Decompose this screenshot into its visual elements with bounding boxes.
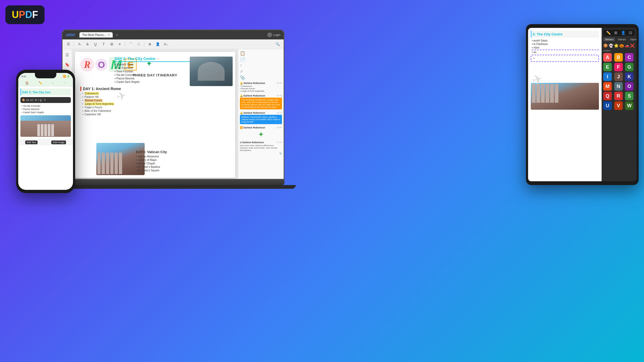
- sticker-S[interactable]: S: [625, 92, 634, 100]
- comment-4: 🔼 Darlene Robertson 16:56 ✦: [240, 126, 282, 139]
- sticker-F[interactable]: F: [614, 63, 623, 71]
- panel-icons: 📋 📄 ↑ ✓ 📎: [240, 51, 282, 80]
- phone-share-icon[interactable]: ↑: [52, 82, 54, 85]
- fill-icon[interactable]: A↓: [163, 41, 169, 47]
- text-box-icon[interactable]: ⊞: [108, 41, 115, 47]
- rect-icon[interactable]: □: [136, 41, 142, 47]
- text-icon[interactable]: A: [76, 41, 83, 47]
- t-tool-pencil[interactable]: ✏️: [606, 31, 611, 35]
- underline-icon[interactable]: U̲: [92, 41, 99, 47]
- login-button[interactable]: Login: [267, 32, 280, 37]
- user-avatar: [267, 32, 272, 37]
- sticker-K[interactable]: K: [625, 72, 634, 81]
- sidebar-nav-icon[interactable]: ☰: [64, 51, 71, 59]
- tablet-place-list: anish Steps le Pantheon ntain az.: [531, 39, 599, 54]
- column-1: [97, 153, 101, 174]
- sticker-icon-4[interactable]: 🎃: [619, 43, 624, 48]
- sticker-B[interactable]: B: [614, 53, 623, 62]
- search-button[interactable]: 🔍: [275, 41, 281, 47]
- strikethrough-icon[interactable]: S̶: [84, 41, 91, 47]
- phone-device: 9:41 📶 🔋 🏠 ✏️ ↑ ⋯ DAY 2: The City Cen 🎨 …: [16, 70, 75, 193]
- tab-stickers[interactable]: Stickers: [603, 38, 615, 41]
- new-tab-button[interactable]: +: [116, 33, 118, 37]
- comment-4-header: 🔼 Darlene Robertson 16:56: [240, 126, 282, 129]
- t-tool-expand[interactable]: ⊡: [629, 31, 632, 35]
- sticker-R[interactable]: R: [614, 92, 623, 100]
- panel-icon-4[interactable]: ✓: [240, 69, 282, 74]
- tablet-frame: 2: The City Centre anish Steps le Panthe…: [526, 24, 639, 185]
- phone-status-icons: 📶 🔋: [63, 75, 70, 78]
- text-tool-icon[interactable]: T: [100, 41, 107, 47]
- app-brand-label: UPDF: [66, 33, 75, 37]
- toolbar-sep-3: [144, 42, 144, 47]
- cursor-icon[interactable]: ⊕: [147, 41, 153, 47]
- sticker-V[interactable]: V: [614, 101, 623, 110]
- tab-signature[interactable]: Signature: [629, 38, 636, 41]
- sticker-C[interactable]: C: [625, 53, 634, 62]
- tablet-building-bg: [531, 83, 599, 110]
- arc-icon[interactable]: ⌒: [127, 41, 134, 47]
- place-gallery-maps: Gallery of Maps: [136, 158, 190, 161]
- pantheon-dome-shape: [198, 62, 225, 81]
- letter-sticker-grid: A B C E F G I J K M N O Q R S U V: [603, 53, 635, 110]
- t-tool-layers[interactable]: ⊞: [614, 31, 617, 35]
- ptt-color[interactable]: 🎨: [22, 99, 25, 101]
- sticker-Q[interactable]: Q: [603, 92, 612, 100]
- rome-letter-o: O: [95, 58, 108, 71]
- ptt-italic[interactable]: I: [38, 99, 39, 101]
- tab-close-button[interactable]: ✕: [108, 34, 110, 36]
- phone-home-icon[interactable]: 🏠: [25, 81, 29, 85]
- person-icon[interactable]: 👤: [155, 41, 161, 47]
- comment-2: 🔔 Darlene Robertson 15:44 The hindwing u…: [240, 94, 282, 109]
- panel-icon-1[interactable]: 📋: [240, 51, 282, 56]
- sticker-icon-1[interactable]: 🍪: [603, 43, 608, 48]
- sticker-N[interactable]: N: [614, 82, 623, 91]
- sticker-icon-3[interactable]: 🌟: [614, 43, 619, 48]
- sticker-G[interactable]: G: [625, 63, 634, 71]
- comment-5-time: 17:24: [277, 141, 282, 144]
- place-spanish-steps: Spanish Steps: [115, 63, 190, 66]
- place-via-coronari: Via dei Coronari: [115, 73, 190, 76]
- logo-letter-d: D: [25, 9, 32, 20]
- phone-building-render: [20, 121, 71, 137]
- sticker-E[interactable]: E: [603, 63, 612, 71]
- comment-3-header: 🔔 Darlene Robertson 16:14: [240, 112, 282, 114]
- panel-icon-5[interactable]: 📎: [240, 75, 282, 80]
- column-6: [119, 153, 122, 174]
- panel-icon-2[interactable]: 📄: [240, 57, 282, 62]
- phone-time: 9:41: [21, 75, 26, 78]
- sticker-M[interactable]: M: [603, 82, 612, 91]
- sticker-icon-2[interactable]: 👻: [609, 43, 613, 48]
- sticker-U[interactable]: U: [603, 101, 612, 110]
- sticker-J[interactable]: J: [614, 72, 623, 81]
- panel-icon-3[interactable]: ↑: [240, 63, 282, 68]
- right-comments-panel: 📋 📄 ↑ ✓ 📎 🔔 Darlene Robertson 15:34 • Co…: [238, 49, 284, 180]
- text-style-icon[interactable]: ≡: [116, 41, 123, 47]
- place-piazza-navona: Piazza Navona: [115, 77, 190, 80]
- ptt-bold[interactable]: B: [35, 99, 37, 101]
- sticker-icon-6[interactable]: ❌: [630, 43, 635, 48]
- phone-edit-icon[interactable]: ✏️: [39, 81, 42, 85]
- phone-day2-title: DAY 2: The City Cen: [22, 91, 50, 94]
- t-tool-person[interactable]: 👤: [621, 31, 625, 35]
- place-vatican-museums: Vatican Museums: [136, 155, 190, 158]
- sticker-icon-5[interactable]: 🚗: [625, 43, 629, 48]
- active-tab[interactable]: The Best Places... ✕: [79, 32, 112, 38]
- sticker-I[interactable]: I: [603, 72, 612, 81]
- tab-stamps[interactable]: Stamps: [616, 38, 628, 41]
- edit-text-button[interactable]: Edit Text: [25, 141, 38, 144]
- day3-title: DAY3: Vatican City: [136, 150, 190, 154]
- phone-more-icon[interactable]: ⋯: [63, 81, 66, 85]
- pdf-content-area: R O M E ✦ THREE DAY ITINERARY DAY 1: Anc…: [72, 49, 238, 180]
- tablet-screen: 2: The City Centre anish Steps le Panthe…: [528, 28, 636, 181]
- sticker-O[interactable]: O: [625, 82, 634, 91]
- menu-icon[interactable]: ☰: [65, 41, 72, 47]
- sticker-A[interactable]: A: [603, 53, 612, 62]
- day2-section: DAY 2: The City Centre → Spanish Steps T…: [115, 57, 190, 84]
- sticker-W[interactable]: W: [625, 101, 634, 110]
- edit-image-button[interactable]: Edit Image: [51, 141, 66, 144]
- ptt-sep-1: [34, 98, 34, 102]
- ptt-underline[interactable]: U̲: [40, 99, 42, 101]
- ptt-close[interactable]: ✕: [44, 99, 46, 101]
- sidebar-bookmark-icon[interactable]: 🔖: [64, 61, 71, 68]
